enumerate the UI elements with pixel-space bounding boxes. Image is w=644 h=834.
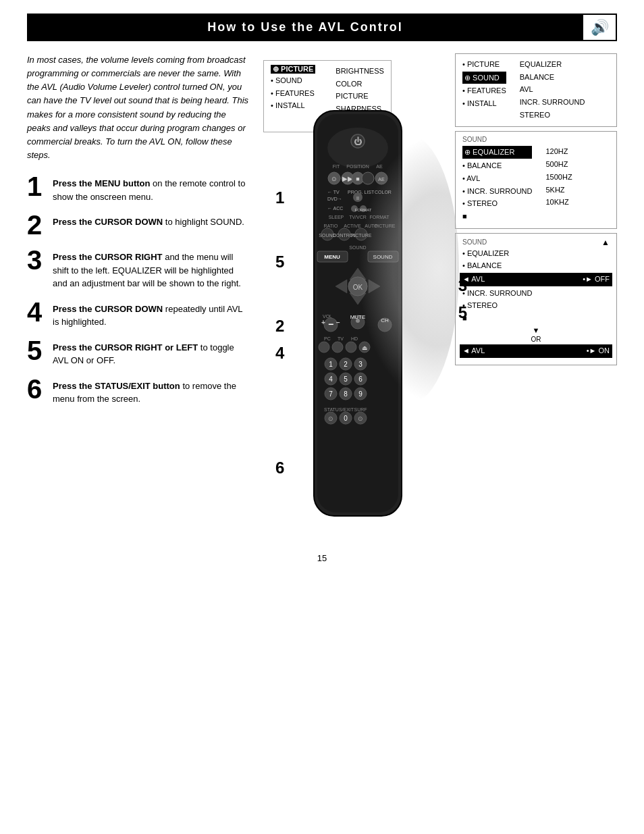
step-2: 2 Press the CURSOR DOWN to highlight SOU… [27,211,250,238]
step-3-text: Press the CURSOR RIGHT and the menu will… [53,246,250,290]
left-column: In most cases, the volume levels coming … [27,53,250,526]
svg-text:⊙: ⊙ [358,415,363,422]
step-2-number: 2 [27,211,47,238]
right-screen-boxes: • PICTURE ⊕ SOUND • FEATURES • INSTALL E… [455,53,617,368]
svg-text:4: 4 [329,375,333,383]
svg-text:7: 7 [329,390,333,398]
svg-text:SLEEP: SLEEP [329,215,344,219]
right-column: ⊕ PICTURE • SOUND • FEATURES • INSTALL B… [250,53,617,526]
step-5: 5 Press the CURSOR RIGHT or LEFT to togg… [27,337,250,367]
svg-text:2: 2 [344,361,348,368]
header-speaker-icon: 🔊 [582,14,617,41]
step-3-number: 3 [27,246,47,273]
svg-text:← TV: ← TV [327,190,340,194]
svg-point-65 [332,342,343,353]
intro-text: In most cases, the volume levels coming … [27,53,250,162]
svg-text:1: 1 [329,361,333,368]
step-5-text: Press the CURSOR RIGHT or LEFT to toggle… [53,337,250,367]
svg-text:8: 8 [344,390,348,398]
step-1-text: Press the MENU button on the remote cont… [53,173,250,203]
step-1: 1 Press the MENU button on the remote co… [27,173,250,203]
svg-text:II: II [356,196,359,201]
svg-point-56 [356,319,360,323]
svg-text:■: ■ [356,176,359,182]
svg-text:PC: PC [324,336,331,341]
curved-bg [358,134,459,405]
svg-text:⊙: ⊙ [328,415,333,422]
step-4: 4 Press the CURSOR DOWN repeatedly until… [27,298,250,329]
svg-text:−: − [328,319,333,330]
step-badge-3: 3 [458,276,467,295]
page-number: 15 [0,553,644,577]
step-badge-5b: 5 [458,303,467,322]
screen-menu-3: SOUND ⊕ EQUALIZER • BALANCE • AVL • INCR… [455,131,617,228]
step-badge-6: 6 [275,459,284,477]
svg-text:TV: TV [338,336,344,341]
svg-text:+: + [321,319,325,326]
svg-text:⏻: ⏻ [354,136,362,147]
steps-container: 1 Press the MENU button on the remote co… [27,173,250,406]
svg-text:5: 5 [344,375,348,383]
step-6: 6 Press the STATUS/EXIT button to remove… [27,375,250,406]
step-badge-1: 1 [275,188,284,207]
svg-text:STATUS/EXIT: STATUS/EXIT [324,407,354,412]
svg-text:SURF: SURF [354,407,367,412]
step-1-number: 1 [27,173,47,200]
screen-menu-4: SOUND ▲ • EQUALIZER • BALANCE ◄ AVL•► OF… [455,233,617,365]
svg-text:FIT: FIT [333,164,340,169]
svg-text:⊙: ⊙ [331,176,337,182]
page-header: How to Use the AVL Control [27,14,617,41]
page-title: How to Use the AVL Control [34,20,576,34]
step-badge-2: 2 [275,317,284,336]
svg-text:−: − [336,319,340,326]
step-6-number: 6 [27,375,47,402]
step-2-text: Press the CURSOR DOWN to highlight SOUND… [53,211,244,229]
svg-text:← ACC: ← ACC [327,206,343,211]
step-5-number: 5 [27,337,47,364]
svg-text:POSITION: POSITION [346,164,369,169]
step-4-text: Press the CURSOR DOWN repeatedly until A… [53,298,250,329]
step-badge-4: 4 [275,344,284,363]
svg-text:3: 3 [358,361,363,368]
svg-text:ACTIVE: ACTIVE [344,224,361,228]
step-4-number: 4 [27,298,47,325]
svg-point-64 [319,342,329,353]
step-6-text: Press the STATUS/EXIT button to remove t… [53,375,250,406]
screen-menu-2: • PICTURE ⊕ SOUND • FEATURES • INSTALL E… [455,53,617,127]
svg-text:MENU: MENU [324,254,340,260]
svg-text:6: 6 [358,375,363,383]
svg-text:RATIO: RATIO [324,224,338,228]
step-badge-5a: 5 [275,253,284,271]
svg-text:HD: HD [351,336,358,341]
step-3: 3 Press the CURSOR RIGHT and the menu wi… [27,246,250,290]
svg-point-66 [346,342,356,353]
svg-text:9: 9 [358,390,363,398]
svg-text:0: 0 [344,415,348,422]
svg-text:DVD→: DVD→ [327,197,342,201]
